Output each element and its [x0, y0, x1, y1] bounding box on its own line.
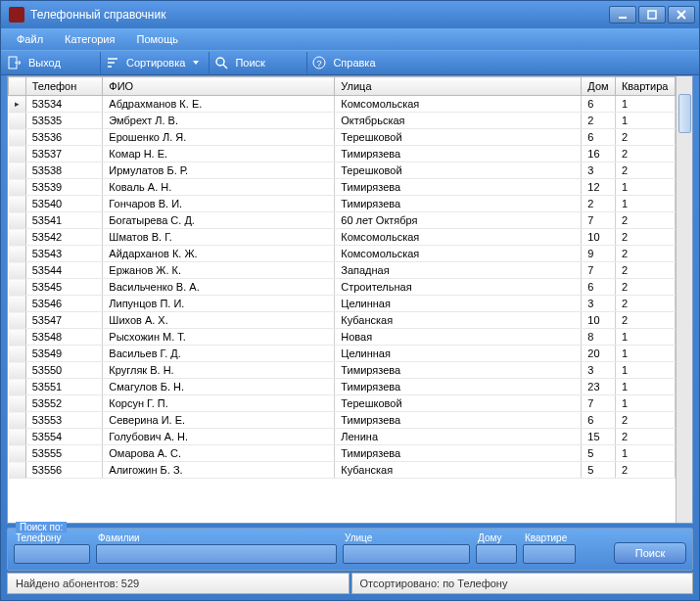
scrollbar-thumb[interactable]: [678, 94, 691, 133]
table-row[interactable]: 53544Ержанов Ж. К.Западная72: [9, 262, 676, 279]
cell-street: Терешковой: [335, 162, 582, 179]
table-row[interactable]: 53539Коваль А. Н.Тимирязева121: [9, 179, 676, 196]
search-apt-input[interactable]: [523, 544, 576, 564]
search-surname-input[interactable]: [96, 544, 337, 564]
toolbar-sort-button[interactable]: Сортировка: [101, 52, 210, 73]
cell-house: 2: [582, 113, 616, 129]
table-row[interactable]: 53551Смагулов Б. Н.Тимирязева231: [9, 379, 676, 395]
menubar: Файл Категория Помощь: [1, 28, 699, 50]
cell-apt: 2: [615, 429, 675, 445]
table-row[interactable]: 53550Кругляк В. Н.Тимирязева31: [9, 362, 676, 379]
cell-apt: 2: [615, 129, 675, 146]
table-row[interactable]: 53556Алигожин Б. З.Кубанская52: [9, 462, 676, 479]
table-row[interactable]: 53549Васильев Г. Д.Целинная201: [9, 346, 676, 362]
cell-house: 2: [582, 196, 616, 212]
search-phone-input[interactable]: [14, 544, 90, 564]
search-legend: Поиск по:: [16, 522, 67, 532]
exit-icon: [7, 55, 23, 70]
cell-phone: 53535: [25, 113, 103, 129]
cell-apt: 1: [615, 395, 675, 412]
table-row[interactable]: 53543Айдарханов К. Ж.Комсомольская92: [9, 246, 676, 262]
cell-fio: Голубович А. Н.: [103, 429, 335, 445]
table-row[interactable]: 53553Северина И. Е.Тимирязева62: [9, 412, 676, 429]
table-row[interactable]: 53555Омарова А. С.Тимирязева51: [9, 445, 676, 462]
row-marker: [9, 212, 26, 229]
cell-street: Терешковой: [335, 395, 582, 412]
cell-phone: 53556: [25, 462, 103, 479]
cell-house: 16: [582, 146, 616, 162]
table-row[interactable]: 53546Липунцов П. И.Целинная32: [9, 296, 676, 312]
search-street-input[interactable]: [343, 544, 470, 564]
row-marker: [9, 296, 26, 312]
status-sorted: Отсортировано: по Телефону: [351, 573, 694, 594]
vertical-scrollbar[interactable]: [676, 76, 692, 523]
cell-house: 3: [582, 362, 616, 379]
cell-phone: 53550: [25, 362, 103, 379]
close-button[interactable]: [668, 6, 695, 23]
search-button[interactable]: Поиск: [614, 542, 686, 564]
status-sorted-label: Отсортировано: по: [360, 578, 455, 589]
row-marker: [9, 129, 26, 146]
table-row[interactable]: 53548Рысхожин М. Т.Новая81: [9, 329, 676, 346]
row-marker: [9, 429, 26, 445]
table-row[interactable]: 53536Ерошенко Л. Я.Терешковой62: [9, 129, 676, 146]
cell-fio: Корсун Г. П.: [103, 395, 335, 412]
minimize-button[interactable]: [609, 6, 636, 23]
cell-fio: Васильев Г. Д.: [103, 346, 335, 362]
table-row[interactable]: 53552Корсун Г. П.Терешковой71: [9, 395, 676, 412]
maximize-button[interactable]: [638, 6, 666, 23]
cell-fio: Айдарханов К. Ж.: [103, 246, 335, 262]
search-surname-label: Фамилии: [96, 532, 337, 543]
row-marker: ▸: [9, 96, 26, 113]
table-row[interactable]: 53554Голубович А. Н.Ленина152: [9, 429, 676, 445]
cell-apt: 1: [615, 179, 675, 196]
table-row[interactable]: 53538Ирмулатов Б. Р.Терешковой32: [9, 162, 676, 179]
toolbar-about-button[interactable]: ? Справка: [307, 52, 405, 73]
table-row[interactable]: 53542Шматов В. Г.Комсомольская102: [9, 229, 676, 246]
search-house-label: Дому: [476, 532, 517, 543]
column-fio[interactable]: ФИО: [103, 77, 335, 96]
toolbar: Выход Сортировка Поиск ? Справка: [1, 50, 699, 75]
column-marker[interactable]: [9, 77, 26, 96]
search-house-input[interactable]: [476, 544, 517, 564]
column-phone[interactable]: Телефон: [25, 77, 103, 96]
table-row[interactable]: 53547Шихов А. Х.Кубанская102: [9, 312, 676, 329]
cell-fio: Эмбрехт Л. В.: [103, 113, 335, 129]
table-row[interactable]: 53545Васильченко В. А.Строительная62: [9, 279, 676, 296]
table-row[interactable]: ▸53534Абдрахманов К. Е.Комсомольская61: [9, 96, 676, 113]
cell-house: 9: [582, 246, 616, 262]
cell-fio: Ержанов Ж. К.: [103, 262, 335, 279]
cell-street: Тимирязева: [335, 412, 582, 429]
menu-file[interactable]: Файл: [7, 31, 53, 47]
svg-line-6: [223, 65, 227, 69]
cell-apt: 1: [615, 379, 675, 395]
status-sorted-by: Телефону: [457, 578, 507, 589]
cell-street: Комсомольская: [335, 246, 582, 262]
table-row[interactable]: 53541Богатырева С. Д.60 лет Октября72: [9, 212, 676, 229]
cell-phone: 53548: [25, 329, 103, 346]
cell-street: Строительная: [335, 279, 582, 296]
cell-street: Новая: [335, 329, 582, 346]
cell-phone: 53538: [25, 162, 103, 179]
table-row[interactable]: 53540Гончаров В. И.Тимирязева21: [9, 196, 676, 212]
column-apt[interactable]: Квартира: [615, 77, 675, 96]
cell-fio: Шихов А. Х.: [103, 312, 335, 329]
cell-house: 7: [582, 212, 616, 229]
table-row[interactable]: 53535Эмбрехт Л. В.Октябрьская21: [9, 113, 676, 129]
toolbar-search-button[interactable]: Поиск: [210, 52, 307, 73]
toolbar-sort-label: Сортировка: [126, 57, 185, 69]
titlebar: Телефонный справочник: [1, 1, 699, 28]
menu-help[interactable]: Помощь: [126, 31, 188, 47]
cell-street: Кубанская: [335, 462, 582, 479]
column-house[interactable]: Дом: [582, 77, 616, 96]
cell-house: 6: [582, 129, 616, 146]
row-marker: [9, 196, 26, 212]
cell-fio: Кругляк В. Н.: [103, 362, 335, 379]
table-row[interactable]: 53537Комар Н. Е.Тимирязева162: [9, 146, 676, 162]
row-marker: [9, 179, 26, 196]
app-icon: [9, 7, 24, 23]
menu-category[interactable]: Категория: [55, 31, 124, 47]
subscribers-table[interactable]: Телефон ФИО Улица Дом Квартира ▸53534Абд…: [8, 76, 676, 479]
column-street[interactable]: Улица: [335, 77, 582, 96]
toolbar-exit-button[interactable]: Выход: [3, 52, 101, 73]
